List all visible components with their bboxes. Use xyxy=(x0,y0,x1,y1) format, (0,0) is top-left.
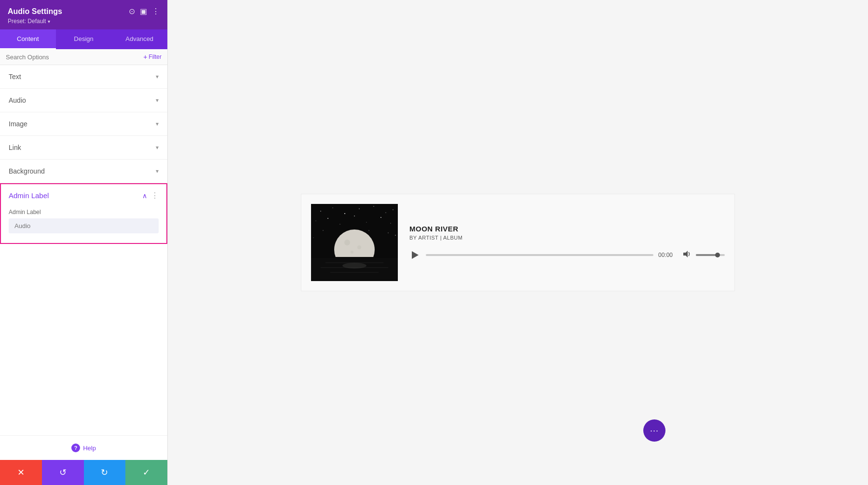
help-icon: ? xyxy=(71,444,80,452)
admin-label-content: Admin Label xyxy=(1,207,166,243)
svg-point-22 xyxy=(344,240,350,245)
filter-plus-icon: + xyxy=(143,53,147,61)
svg-point-20 xyxy=(395,235,396,236)
accordion-background: Background ▾ xyxy=(0,160,167,183)
admin-label-icons: ∧ ⋮ xyxy=(142,191,159,200)
accordion-link: Link ▾ xyxy=(0,136,167,160)
preset-line[interactable]: Preset: Default ▾ xyxy=(8,18,160,25)
accordion-image-label: Image xyxy=(9,120,27,128)
preset-label: Preset: Default xyxy=(8,18,46,25)
accordion-image-header[interactable]: Image ▾ xyxy=(0,112,167,135)
admin-label-field-label: Admin Label xyxy=(9,209,159,216)
accordion-image: Image ▾ xyxy=(0,112,167,136)
svg-point-15 xyxy=(323,230,323,230)
svg-point-14 xyxy=(390,223,391,223)
svg-point-9 xyxy=(327,218,328,219)
accordion-text: Text ▾ xyxy=(0,65,167,89)
accordion-audio-header[interactable]: Audio ▾ xyxy=(0,89,167,112)
svg-marker-31 xyxy=(412,251,419,259)
sidebar-tabs: Content Design Advanced xyxy=(0,29,167,49)
search-input[interactable] xyxy=(6,54,143,61)
svg-marker-32 xyxy=(683,251,688,257)
svg-point-19 xyxy=(313,238,314,238)
accordion-text-header[interactable]: Text ▾ xyxy=(0,65,167,88)
accordion-link-label: Link xyxy=(9,144,21,151)
sidebar: Audio Settings ⊙ ▣ ⋮ Preset: Default ▾ C… xyxy=(0,0,168,485)
svg-point-12 xyxy=(366,222,367,223)
redo-icon: ↻ xyxy=(101,467,108,478)
sidebar-search-bar: + Filter xyxy=(0,49,167,65)
layout-icon[interactable]: ▣ xyxy=(140,7,147,16)
svg-point-7 xyxy=(393,209,393,210)
sidebar-header: Audio Settings ⊙ ▣ ⋮ Preset: Default ▾ xyxy=(0,0,167,29)
track-info: MOON RIVER BY ARTIST | ALBUM 00:00 xyxy=(409,225,725,261)
progress-bar[interactable] xyxy=(426,254,653,256)
track-title: MOON RIVER xyxy=(409,225,725,233)
volume-thumb xyxy=(715,253,720,257)
sidebar-header-icons: ⊙ ▣ ⋮ xyxy=(129,7,160,16)
svg-point-8 xyxy=(316,221,316,221)
chevron-up-icon[interactable]: ∧ xyxy=(142,192,147,200)
save-icon: ✓ xyxy=(143,467,150,478)
fab-icon: ··· xyxy=(650,426,659,436)
more-icon[interactable]: ⋮ xyxy=(152,7,160,16)
play-button[interactable] xyxy=(409,249,421,261)
accordion-text-label: Text xyxy=(9,73,21,81)
admin-label-title: Admin Label xyxy=(9,191,49,200)
admin-label-header: Admin Label ∧ ⋮ xyxy=(1,184,166,207)
target-icon[interactable]: ⊙ xyxy=(129,7,135,16)
tab-content[interactable]: Content xyxy=(0,29,56,49)
accordion-list: Text ▾ Audio ▾ Image ▾ Link ▾ Backgr xyxy=(0,65,167,435)
svg-point-30 xyxy=(342,263,366,269)
cancel-icon: ✕ xyxy=(17,467,25,478)
sidebar-toolbar: ✕ ↺ ↻ ✓ xyxy=(0,460,167,485)
admin-more-icon[interactable]: ⋮ xyxy=(151,191,159,200)
svg-point-3 xyxy=(344,213,345,214)
chevron-down-icon: ▾ xyxy=(156,97,159,104)
save-button[interactable]: ✓ xyxy=(125,460,167,485)
svg-point-1 xyxy=(320,211,321,212)
filter-label: Filter xyxy=(149,54,162,60)
svg-point-10 xyxy=(339,224,340,224)
sidebar-title: Audio Settings xyxy=(8,7,62,16)
accordion-background-header[interactable]: Background ▾ xyxy=(0,160,167,183)
time-display: 00:00 xyxy=(658,252,678,258)
cancel-button[interactable]: ✕ xyxy=(0,460,42,485)
undo-icon: ↺ xyxy=(59,467,67,478)
sidebar-footer: ? Help xyxy=(0,435,167,460)
accordion-audio-label: Audio xyxy=(9,96,26,104)
svg-point-6 xyxy=(385,212,386,213)
redo-button[interactable]: ↻ xyxy=(84,460,126,485)
svg-point-5 xyxy=(373,206,374,207)
main-content: MOON RIVER BY ARTIST | ALBUM 00:00 xyxy=(168,0,868,485)
volume-icon[interactable] xyxy=(683,251,691,259)
accordion-audio: Audio ▾ xyxy=(0,89,167,112)
help-label: Help xyxy=(83,445,96,452)
fab-button[interactable]: ··· xyxy=(643,419,665,442)
svg-point-4 xyxy=(359,208,359,209)
preset-chevron-icon: ▾ xyxy=(48,19,50,24)
svg-point-18 xyxy=(388,232,388,233)
tab-design[interactable]: Design xyxy=(56,29,112,49)
volume-slider[interactable] xyxy=(696,254,725,256)
accordion-link-header[interactable]: Link ▾ xyxy=(0,136,167,159)
filter-button[interactable]: + Filter xyxy=(143,53,162,61)
help-button[interactable]: ? Help xyxy=(71,444,96,452)
svg-point-24 xyxy=(351,251,353,254)
album-art-svg xyxy=(311,204,398,281)
svg-point-11 xyxy=(354,216,355,216)
svg-rect-26 xyxy=(311,258,398,281)
chevron-down-icon: ▾ xyxy=(156,144,159,151)
album-art xyxy=(311,204,398,281)
audio-controls: 00:00 xyxy=(409,249,725,261)
admin-label-input[interactable] xyxy=(9,218,159,233)
svg-point-17 xyxy=(368,230,369,230)
chevron-down-icon: ▾ xyxy=(156,168,159,175)
admin-label-section: Admin Label ∧ ⋮ Admin Label xyxy=(0,183,167,244)
undo-button[interactable]: ↺ xyxy=(42,460,84,485)
track-artist: BY ARTIST | ALBUM xyxy=(409,235,725,241)
svg-point-23 xyxy=(357,245,361,249)
audio-card: MOON RIVER BY ARTIST | ALBUM 00:00 xyxy=(301,194,735,291)
tab-advanced[interactable]: Advanced xyxy=(111,29,167,49)
svg-point-13 xyxy=(380,217,381,218)
